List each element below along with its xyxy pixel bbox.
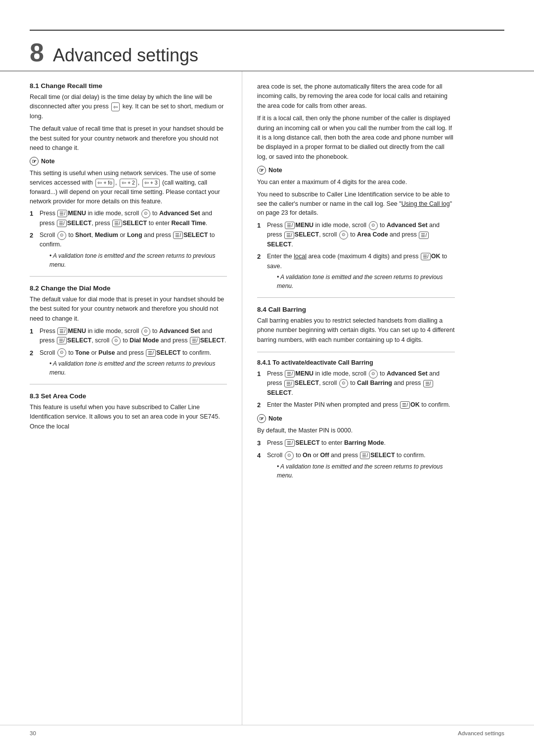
steps-area-code: 1 Press ☰/MENU in idle mode, scroll ⊙ to… [257,221,455,290]
sel-area-2: ☰/ [419,232,429,239]
steps-8-4-1: 1 Press ☰/MENU in idle mode, scroll ⊙ to… [257,369,455,410]
step-8-1-2: 2 Scroll ⊙ to Short, Medium or Long and … [30,231,227,269]
bullet-8-2-2: A validation tone is emitted and the scr… [49,359,227,377]
section-8-4-1-title: 8.4.1 To activate/deactivate Call Barrin… [257,359,455,366]
scroll-8-4-1: ⊙ [369,370,378,378]
scroll-area-1: ⊙ [369,221,378,230]
ok-8-4-1: ☰/ [400,401,410,409]
key-end-fo: ⇦ + fo [95,179,114,188]
note-content-8-1: This setting is useful when using networ… [30,169,227,206]
section-8-3-title: 8.3 Set Area Code [30,392,227,400]
scroll-8-4-3: ⊙ [285,451,294,460]
note-area-code-2: You need to subscribe to Caller Line Ide… [257,190,455,218]
section-8-1-para-1: Recall time (or dial delay) is the time … [30,93,227,121]
footer: 30 Advanced settings [0,725,534,736]
select-key-icon-3: ☰/ [173,232,183,239]
menu-key-8-2: ☰/ [57,328,67,335]
right-column: area code is set, the phone automaticall… [242,71,485,725]
section-8-1-para-2: The default value of recall time that is… [30,124,227,153]
area-code-para-2: If it is a local call, then only the pho… [257,114,455,162]
step-8-4-1-4: 4 Scroll ⊙ to On or Off and press ☰/SELE… [257,451,455,479]
section-8-3-para: This feature is useful when you have sub… [30,403,227,431]
section-8-2-para: The default value for dial mode that is … [30,295,227,324]
sel-8-4-1: ☰/ [284,380,294,387]
steps-8-2: 1 Press ☰/MENU in idle mode, scroll ⊙ to… [30,327,227,377]
sel-8-2-3: ☰/ [146,349,156,357]
steps-8-4-1-cont: 3 Press ☰/SELECT to enter Barring Mode. … [257,438,455,480]
chapter-title: Advanced settings [53,45,198,66]
section-8-1-title: 8.1 Change Recall time [30,82,227,90]
select-key-icon-2: ☰/ [112,220,122,227]
note-content-8-4-1: By default, the Master PIN is 0000. [257,426,455,435]
step-8-4-1-3: 3 Press ☰/SELECT to enter Barring Mode. [257,438,455,448]
divider-8-2 [30,384,227,384]
step-8-2-1: 1 Press ☰/MENU in idle mode, scroll ⊙ to… [30,327,227,346]
scroll-icon-2: ⊙ [57,231,66,240]
sel-area-1: ☰/ [284,232,294,239]
note-label-area-code: ☞ Note [257,166,282,175]
scroll-8-2-1: ⊙ [141,327,150,336]
note-area-code-1: You can enter a maximum of 4 digits for … [257,178,455,187]
divider-8-4 [257,352,455,352]
bullet-area-2: A validation tone is emitted and the scr… [277,273,455,290]
scroll-8-2-3: ⊙ [57,348,66,357]
step-area-1: 1 Press ☰/MENU in idle mode, scroll ⊙ to… [257,221,455,249]
section-label: Advanced settings [458,730,504,736]
sel-8-2-1: ☰/ [57,337,67,344]
scroll-area-2: ⊙ [339,231,348,239]
two-column-layout: 8.1 Change Recall time Recall time (or d… [0,71,534,725]
section-8-2-title: 8.2 Change the Dial Mode [30,284,227,292]
section-8-4-para: Call barring enables you to restrict sel… [257,316,455,345]
note-8-1: ☞ Note [30,157,227,166]
note-icon-area-code: ☞ [257,166,266,175]
step-8-1-1: 1 Press ☰/MENU in idle mode, scroll ⊙ to… [30,209,227,228]
left-column: 8.1 Change Recall time Recall time (or d… [0,71,242,725]
page: 8 Advanced settings 8.1 Change Recall ti… [0,0,534,756]
sel-8-2-2: ☰/ [190,337,200,344]
area-code-para-1: area code is set, the phone automaticall… [257,82,455,111]
page-number: 30 [30,730,36,736]
note-icon-8-1: ☞ [30,157,39,166]
menu-area-1: ☰/ [285,222,295,229]
chapter-number: 8 [30,40,44,65]
divider-8-3 [257,297,455,298]
bullet-8-1-2: A validation tone is emitted and the scr… [49,251,227,269]
end-key-icon: ⇦ [111,102,120,111]
scroll-icon: ⊙ [141,209,150,218]
chapter-heading: 8 Advanced settings [0,31,534,71]
ok-area-1: ☰/ [421,253,431,260]
note-area-code: ☞ Note [257,166,455,175]
key-end-2: ⇦ + 2 [120,179,137,188]
sel-8-4-2: ☰/ [423,380,433,387]
steps-8-1: 1 Press ☰/MENU in idle mode, scroll ⊙ to… [30,209,227,269]
step-8-2-2: 2 Scroll ⊙ to Tone or Pulse and press ☰/… [30,348,227,377]
step-8-4-1-2: 2 Enter the Master PIN when prompted and… [257,400,455,410]
bullet-8-4-1-4: A validation tone is emitted and the scr… [277,462,455,480]
note-8-4-1: ☞ Note [257,414,455,423]
select-key-icon: ☰/ [57,220,67,227]
key-end-3: ⇦ + 3 [142,179,160,188]
note-icon-8-4-1: ☞ [257,414,266,423]
menu-8-4-1: ☰/ [285,370,295,378]
section-8-4-title: 8.4 Call Barring [257,306,455,313]
scroll-8-4-2: ⊙ [339,379,348,388]
divider-8-1 [30,276,227,277]
sel-8-4-1-4: ☰/ [360,452,370,459]
menu-key-icon: ☰/ [57,210,67,217]
sel-8-4-1-3: ☰/ [285,439,295,447]
scroll-8-2-2: ⊙ [112,336,121,345]
step-8-4-1-1: 1 Press ☰/MENU in idle mode, scroll ⊙ to… [257,369,455,398]
note-label-8-4-1: ☞ Note [257,414,282,423]
step-area-2: 2 Enter the local area code (maximum 4 d… [257,252,455,290]
note-label-8-1: ☞ Note [30,157,55,166]
